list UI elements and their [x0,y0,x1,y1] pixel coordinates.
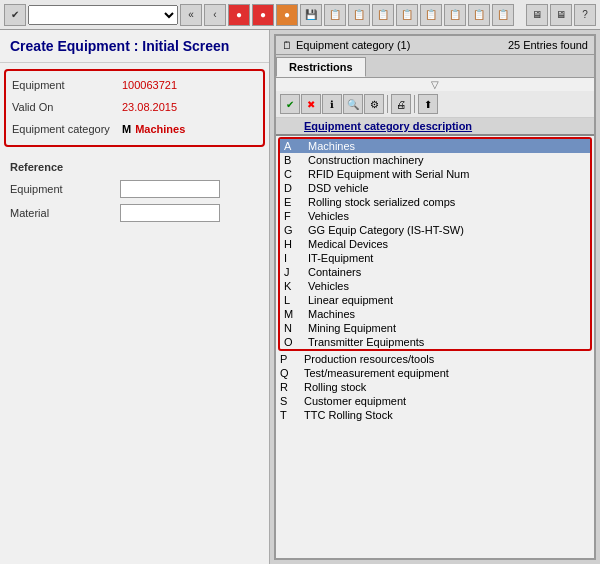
category-code: M [122,123,131,135]
table-row[interactable]: J Containers [280,265,590,279]
top-toolbar: ✔ « ‹ ● ● ● 💾 📋 📋 📋 📋 📋 📋 📋 📋 🖥 🖥 ? [0,0,600,30]
btn-monitor2[interactable]: 🖥 [550,4,572,26]
popup-panel: 🗒 Equipment category (1) 25 Entries foun… [274,34,596,560]
btn-red1[interactable]: ● [228,4,250,26]
table-row[interactable]: D DSD vehicle [280,181,590,195]
popup-check-btn[interactable]: ✔ [280,94,300,114]
equipment-value: 100063721 [122,79,177,91]
popup-header-icon: 🗒 [282,40,292,51]
table-row[interactable]: K Vehicles [280,279,590,293]
popup-entries: 25 Entries found [508,39,588,51]
btn-shortcut2[interactable]: 📋 [348,4,370,26]
category-value-group: M Machines [122,123,185,135]
table-row[interactable]: G GG Equip Category (IS-HT-SW) [280,223,590,237]
valid-on-value: 23.08.2015 [122,101,177,113]
equipment-ref-row: Equipment [10,179,259,199]
popup-title: Equipment category (1) [296,39,410,51]
col-desc-header: Equipment category description [304,120,590,132]
btn-red2[interactable]: ● [252,4,274,26]
table-row[interactable]: P Production resources/tools [276,352,594,366]
material-label: Material [10,207,120,219]
btn-shortcut6[interactable]: 📋 [444,4,466,26]
equipment-ref-label: Equipment [10,183,120,195]
btn-shortcut8[interactable]: 📋 [492,4,514,26]
btn-save[interactable]: 💾 [300,4,322,26]
btn-shortcut5[interactable]: 📋 [420,4,442,26]
category-label: Equipment category [12,123,122,135]
table-row[interactable]: L Linear equipment [280,293,590,307]
popup-search-btn[interactable]: 🔍 [343,94,363,114]
category-row: Equipment category M Machines [12,119,257,139]
page-title: Create Equipment : Initial Screen [0,30,269,63]
btn-shortcut4[interactable]: 📋 [396,4,418,26]
equipment-row: Equipment 100063721 [12,75,257,95]
toolbar-separator-2 [414,95,415,113]
material-input[interactable] [120,204,220,222]
equipment-ref-input[interactable] [120,180,220,198]
popup-table: Equipment category description A Machine… [276,118,594,558]
table-row[interactable]: R Rolling stock [276,380,594,394]
table-row[interactable]: A Machines [280,139,590,153]
left-panel: Create Equipment : Initial Screen Equipm… [0,30,270,564]
btn-orange[interactable]: ● [276,4,298,26]
btn-shortcut3[interactable]: 📋 [372,4,394,26]
main-area: Create Equipment : Initial Screen Equipm… [0,30,600,564]
popup-config-btn[interactable]: ⚙ [364,94,384,114]
nav-prev-btn[interactable]: ‹ [204,4,226,26]
btn-help[interactable]: ? [574,4,596,26]
btn-shortcut1[interactable]: 📋 [324,4,346,26]
material-row: Material [10,203,259,223]
table-row[interactable]: H Medical Devices [280,237,590,251]
table-header: Equipment category description [276,118,594,136]
table-row[interactable]: N Mining Equipment [280,321,590,335]
table-row[interactable]: B Construction machinery [280,153,590,167]
reference-section: Reference Equipment Material [0,153,269,235]
popup-upload-btn[interactable]: ⬆ [418,94,438,114]
popup-toolbar: ✔ ✖ ℹ 🔍 ⚙ 🖨 ⬆ [276,91,594,118]
valid-on-label: Valid On [12,101,122,113]
table-row[interactable]: F Vehicles [280,209,590,223]
equipment-info-box: Equipment 100063721 Valid On 23.08.2015 … [4,69,265,147]
category-name: Machines [135,123,185,135]
scroll-indicator: ▽ [276,78,594,91]
table-row[interactable]: T TTC Rolling Stock [276,408,594,422]
table-row[interactable]: E Rolling stock serialized comps [280,195,590,209]
popup-info-btn[interactable]: ℹ [322,94,342,114]
table-row[interactable]: S Customer equipment [276,394,594,408]
popup-header: 🗒 Equipment category (1) 25 Entries foun… [276,36,594,55]
popup-print-btn[interactable]: 🖨 [391,94,411,114]
tab-bar: Restrictions [276,55,594,78]
nav-first-btn[interactable]: « [180,4,202,26]
restrictions-tab[interactable]: Restrictions [276,57,366,77]
table-row[interactable]: Q Test/measurement equipment [276,366,594,380]
menu-select[interactable] [28,5,178,25]
valid-on-row: Valid On 23.08.2015 [12,97,257,117]
table-row[interactable]: O Transmitter Equipments [280,335,590,349]
btn-monitor[interactable]: 🖥 [526,4,548,26]
popup-cancel-btn[interactable]: ✖ [301,94,321,114]
toolbar-separator-1 [387,95,388,113]
table-row[interactable]: I IT-Equipment [280,251,590,265]
btn-shortcut7[interactable]: 📋 [468,4,490,26]
reference-title: Reference [10,161,259,173]
check-btn[interactable]: ✔ [4,4,26,26]
col-code-header [280,120,304,132]
table-row[interactable]: C RFID Equipment with Serial Num [280,167,590,181]
equipment-label: Equipment [12,79,122,91]
table-row[interactable]: M Machines [280,307,590,321]
highlighted-rows-box: A Machines B Construction machinery C RF… [278,137,592,351]
